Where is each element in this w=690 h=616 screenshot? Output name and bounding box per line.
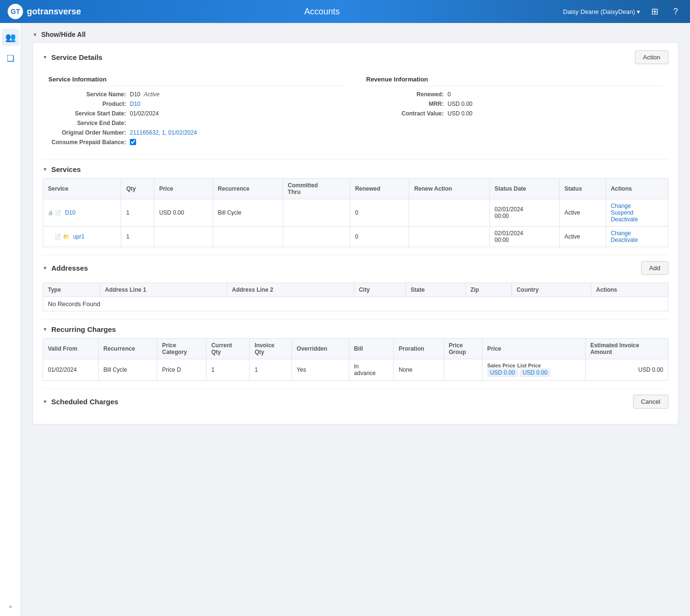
service-info-title: Service Information (48, 76, 345, 86)
price-combined-cell: Sales Price List Price USD 0.00 USD 0.00 (482, 359, 585, 381)
user-menu[interactable]: Daisy Deane (DaisyDean) ▾ (563, 8, 640, 15)
no-records-label: No Records Found (43, 297, 668, 311)
price-cell-upr1 (154, 227, 213, 247)
sidebar-item-copy[interactable]: ❏ (2, 50, 19, 67)
col-price-category: PriceCategory (157, 339, 207, 359)
consume-prepaid-value (130, 139, 345, 147)
col-bill: Bill (349, 339, 393, 359)
service-status-badge: Active (144, 91, 160, 98)
col-recurrence: Recurrence (213, 179, 283, 199)
consume-prepaid-checkbox[interactable] (130, 139, 136, 145)
services-triangle: ▼ (43, 167, 47, 172)
change-d10-action[interactable]: Change (611, 203, 631, 209)
status-cell-upr1: Active (559, 227, 606, 247)
col-overridden: Overridden (292, 339, 349, 359)
price-group-cell (444, 359, 482, 381)
col-price: Price (482, 339, 585, 359)
deactivate-d10-action[interactable]: Deactivate (611, 216, 638, 223)
sales-price-label: Sales Price (487, 363, 516, 368)
app-name: gotransverse (27, 7, 81, 17)
actions-cell-upr1: Change Deactivate (606, 227, 668, 247)
service-details-triangle: ▼ (43, 55, 47, 60)
col-zip: Zip (465, 283, 512, 297)
service-start-date-row: Service Start Date: 01/02/2024 (48, 110, 345, 117)
col-type: Type (43, 283, 100, 297)
product-link[interactable]: D10 (130, 101, 140, 107)
service-name-label: Service Name: (48, 91, 130, 98)
original-order-link[interactable]: 211165632, 1, 01/02/2024 (130, 129, 197, 136)
grid-icon[interactable]: ⊞ (648, 5, 661, 18)
renewed-cell-upr1: 0 (350, 227, 409, 247)
recurring-charges-triangle: ▼ (43, 327, 47, 332)
sidebar-item-users[interactable]: 👥 (2, 29, 19, 46)
divider-4 (43, 388, 668, 389)
show-hide-all-bar[interactable]: ▼ Show/Hide All (33, 31, 678, 38)
price-values: USD 0.00 USD 0.00 (487, 368, 580, 377)
recurring-charges-title: ▼ Recurring Charges (43, 325, 668, 333)
copy-icon: ❏ (7, 53, 14, 64)
addresses-section: ▼ Addresses Add Type Address Line 1 Addr… (43, 261, 668, 311)
price-sub-headers: Sales Price List Price (487, 363, 580, 368)
action-button[interactable]: Action (635, 50, 668, 64)
product-value: D10 (130, 101, 345, 107)
estimated-invoice-cell: USD 0.00 (585, 359, 668, 381)
price-cell-d10: USD 0.00 (154, 199, 213, 227)
col-addr-actions: Actions (591, 283, 668, 297)
renewed-label: Renewed: (366, 91, 448, 98)
sales-price-value: USD 0.00 (487, 368, 518, 377)
cancel-button[interactable]: Cancel (633, 395, 668, 409)
col-proration: Proration (393, 339, 444, 359)
table-row: 🖨 📄 D10 1 USD 0.00 Bill Cycle 0 02/01/20… (43, 199, 668, 227)
original-order-value: 211165632, 1, 01/02/2024 (130, 129, 345, 136)
committed-thru-cell-upr1 (283, 227, 350, 247)
show-hide-triangle: ▼ (33, 32, 37, 37)
col-valid-from: Valid From (43, 339, 99, 359)
product-row: Product: D10 (48, 101, 345, 107)
users-icon: 👥 (5, 32, 16, 43)
addresses-title: ▼ Addresses (43, 264, 88, 272)
services-table: Service Qty Price Recurrence CommittedTh… (43, 178, 668, 247)
mrr-label: MRR: (366, 101, 448, 107)
col-recurrence: Recurrence (98, 339, 157, 359)
consume-prepaid-label: Consume Prepaid Balance: (48, 139, 130, 146)
col-address-line-1: Address Line 1 (100, 283, 227, 297)
service-name-row: Service Name: D10 Active (48, 91, 345, 98)
table-row: 01/02/2024 Bill Cycle Price D 1 1 Yes In… (43, 359, 668, 381)
overridden-cell: Yes (292, 359, 349, 381)
sidebar-expand-button[interactable]: » (2, 601, 19, 612)
no-records-row: No Records Found (43, 297, 668, 311)
service-details-header: ▼ Service Details Action (43, 50, 668, 64)
col-city: City (354, 283, 405, 297)
bill-cell: Inadvance (349, 359, 393, 381)
show-hide-label: Show/Hide All (41, 31, 86, 38)
list-price-value: USD 0.00 (520, 368, 551, 377)
service-d10-link[interactable]: D10 (65, 209, 75, 216)
mrr-value: USD 0.00 (448, 101, 663, 107)
service-upr1-link[interactable]: upr1 (73, 233, 84, 240)
top-nav-right: Daisy Deane (DaisyDean) ▾ ⊞ ? (563, 5, 682, 18)
mrr-row: MRR: USD 0.00 (366, 101, 663, 107)
renewed-cell-d10: 0 (350, 199, 409, 227)
status-date-cell-d10: 02/01/202400:00 (489, 199, 559, 227)
service-details-title: ▼ Service Details (43, 53, 103, 61)
suspend-d10-action[interactable]: Suspend (611, 209, 633, 216)
revenue-information: Revenue Information Renewed: 0 MRR: USD … (360, 72, 668, 153)
service-info-grid: Service Information Service Name: D10 Ac… (43, 72, 668, 153)
list-price-label: List Price (517, 363, 541, 368)
invoice-qty-cell: 1 (250, 359, 292, 381)
col-renew-action: Renew Action (409, 179, 490, 199)
revenue-info-title: Revenue Information (366, 76, 663, 86)
add-address-button[interactable]: Add (641, 261, 668, 275)
col-invoice-qty: InvoiceQty (250, 339, 292, 359)
contract-value-value: USD 0.00 (448, 110, 663, 117)
col-price-group: PriceGroup (444, 339, 482, 359)
help-icon[interactable]: ? (669, 5, 682, 18)
qty-cell: 1 (121, 199, 154, 227)
row-icons-upr1: 📄 📁 (55, 234, 69, 240)
col-status-date: Status Date (489, 179, 559, 199)
renewed-row: Renewed: 0 (366, 91, 663, 98)
deactivate-upr1-action[interactable]: Deactivate (611, 237, 638, 243)
scheduled-charges-section: ▼ Scheduled Charges Cancel (43, 395, 668, 409)
change-upr1-action[interactable]: Change (611, 230, 631, 237)
app-logo[interactable]: GT gotransverse (8, 4, 81, 19)
